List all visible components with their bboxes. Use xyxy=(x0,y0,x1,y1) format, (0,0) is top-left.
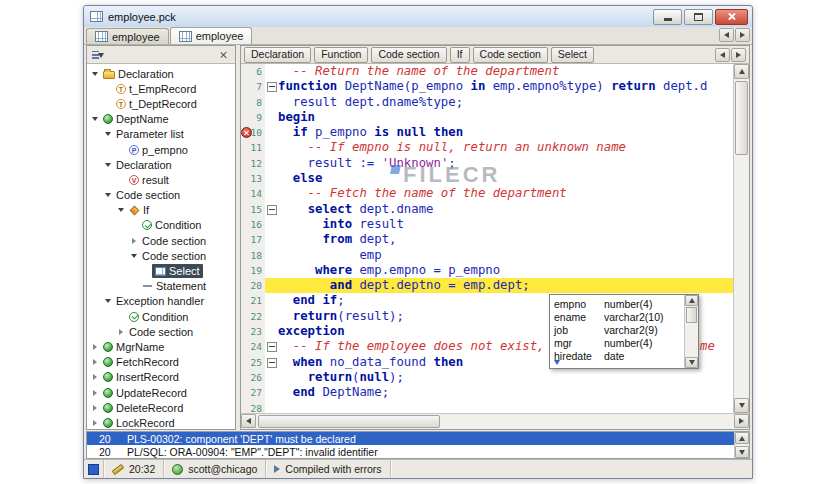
breadcrumb-function-1[interactable]: Function xyxy=(314,47,368,63)
code-line-10[interactable]: 10 if p_empno is null then xyxy=(241,125,733,140)
collapse-icon[interactable] xyxy=(102,299,113,303)
breadcrumb-if-3[interactable]: If xyxy=(450,47,470,63)
code-line-20[interactable]: 20 and dept.deptno = emp.dept; xyxy=(241,278,733,293)
tree-close-button[interactable] xyxy=(216,48,232,62)
breadcrumb-scroll-right-button[interactable] xyxy=(731,48,746,62)
close-button[interactable] xyxy=(715,9,748,25)
horizontal-scroll-track[interactable] xyxy=(256,414,734,429)
popup-scroll-thumb[interactable] xyxy=(686,307,697,323)
tree-item-exception-handler[interactable]: Exception handler xyxy=(87,294,235,309)
collapse-icon[interactable] xyxy=(89,72,100,76)
scroll-right-button[interactable] xyxy=(734,414,749,428)
code-line-8[interactable]: 8 result dept.dname%type; xyxy=(241,95,733,110)
tree-item-fetchrecord[interactable]: FetchRecord xyxy=(87,355,235,370)
tree-item-lockrecord[interactable]: LockRecord xyxy=(87,415,235,429)
tree-item-statement[interactable]: Statement xyxy=(87,279,235,294)
tree-item-deleterecord[interactable]: DeleteRecord xyxy=(87,400,235,415)
code-line-28[interactable]: 28 xyxy=(241,401,733,413)
error-row-0[interactable]: 20PLS-00302: component 'DEPT' must be de… xyxy=(87,432,734,445)
expand-icon[interactable] xyxy=(89,374,100,380)
breadcrumb-scroll-left-button[interactable] xyxy=(715,48,730,62)
code-line-7[interactable]: 7function DeptName(p_empno in emp.empno%… xyxy=(241,79,733,94)
vertical-scroll-thumb[interactable] xyxy=(735,81,748,155)
code-line-19[interactable]: 19 where emp.empno = p_empno xyxy=(241,263,733,278)
tree-item-code-section[interactable]: Code section xyxy=(87,188,235,203)
collapse-icon[interactable] xyxy=(115,208,126,212)
tree-item-declaration[interactable]: Declaration xyxy=(87,157,235,172)
tree-item-parameter-list[interactable]: Parameter list xyxy=(87,127,235,142)
editor-vertical-scrollbar[interactable] xyxy=(733,64,749,413)
code-line-26[interactable]: 26 return(null); xyxy=(241,370,733,385)
tab-employee-0[interactable]: employee xyxy=(86,28,169,44)
code-line-6[interactable]: 6 -- Return the name of the department xyxy=(241,64,733,79)
error-scroll-up-button[interactable] xyxy=(735,432,749,444)
tree-item-mgrname[interactable]: MgrName xyxy=(87,339,235,354)
code-line-16[interactable]: 16 into result xyxy=(241,217,733,232)
collapse-icon[interactable] xyxy=(102,193,113,197)
code-line-11[interactable]: 11 -- If empno is null, return an unknow… xyxy=(241,140,733,155)
collapse-icon[interactable] xyxy=(128,254,139,258)
collapse-icon[interactable] xyxy=(102,163,113,167)
completion-item-empno[interactable]: empnonumber(4) xyxy=(554,297,684,310)
code-editor[interactable]: 6 -- Return the name of the department7f… xyxy=(241,64,733,413)
tree-item-result[interactable]: Vresult xyxy=(87,172,235,187)
code-line-15[interactable]: 15 select dept.dname xyxy=(241,202,733,217)
minimize-button[interactable] xyxy=(653,9,682,25)
expand-icon[interactable] xyxy=(89,405,100,411)
tree-item-condition[interactable]: Condition xyxy=(87,218,235,233)
tree-item-declaration[interactable]: Declaration xyxy=(87,66,235,81)
error-scroll-down-button[interactable] xyxy=(735,446,749,458)
fold-marker-icon[interactable] xyxy=(267,82,277,92)
expand-icon[interactable] xyxy=(115,329,126,335)
expand-icon[interactable] xyxy=(89,390,100,396)
tree-item-deptname[interactable]: DeptName xyxy=(87,112,235,127)
maximize-button[interactable] xyxy=(684,9,713,25)
title-bar[interactable]: employee.pck xyxy=(84,6,752,28)
popup-scroll-up-button[interactable] xyxy=(685,295,698,306)
code-line-9[interactable]: 9begin xyxy=(241,110,733,125)
tab-scroll-right-button[interactable] xyxy=(735,28,750,42)
error-row-1[interactable]: 20PL/SQL: ORA-00904: "EMP"."DEPT": inval… xyxy=(87,445,734,458)
tree-item-code-section[interactable]: Code section xyxy=(87,248,235,263)
tree-item-code-section[interactable]: Code section xyxy=(87,233,235,248)
collapse-icon[interactable] xyxy=(102,132,113,136)
completion-item-mgr[interactable]: mgrnumber(4) xyxy=(554,336,684,349)
tab-employee-1[interactable]: employee xyxy=(170,27,253,44)
expand-icon[interactable] xyxy=(128,238,139,244)
vertical-scroll-track[interactable] xyxy=(734,79,749,398)
completion-scrollbar[interactable] xyxy=(684,295,698,368)
scroll-down-button[interactable] xyxy=(734,398,749,413)
popup-scroll-track[interactable] xyxy=(685,306,698,357)
breadcrumb-code-section-4[interactable]: Code section xyxy=(473,47,548,63)
completion-item-job[interactable]: jobvarchar2(9) xyxy=(554,323,684,336)
horizontal-scroll-thumb[interactable] xyxy=(258,415,440,428)
code-line-13[interactable]: 13 else xyxy=(241,171,733,186)
breadcrumb-declaration-0[interactable]: Declaration xyxy=(244,47,311,63)
completion-item-ename[interactable]: enamevarchar2(10) xyxy=(554,310,684,323)
code-line-27[interactable]: 27 end DeptName; xyxy=(241,385,733,400)
breadcrumb-code-section-2[interactable]: Code section xyxy=(371,47,446,63)
expand-icon[interactable] xyxy=(89,344,100,350)
tree-item-updaterecord[interactable]: UpdateRecord xyxy=(87,385,235,400)
code-line-17[interactable]: 17 from dept, xyxy=(241,232,733,247)
breadcrumb-select-5[interactable]: Select xyxy=(551,47,594,63)
fold-marker-icon[interactable] xyxy=(267,342,277,352)
sort-button[interactable] xyxy=(90,48,106,62)
scroll-left-button[interactable] xyxy=(241,414,256,428)
editor-horizontal-scrollbar[interactable] xyxy=(241,413,749,429)
tree-item-code-section[interactable]: Code section xyxy=(87,324,235,339)
tree-item-insertrecord[interactable]: InsertRecord xyxy=(87,370,235,385)
fold-marker-icon[interactable] xyxy=(267,205,277,215)
tree-item-t-emprecord[interactable]: Tt_EmpRecord xyxy=(87,81,235,96)
scroll-up-button[interactable] xyxy=(734,64,749,79)
code-line-12[interactable]: 12 result := 'Unknown'; xyxy=(241,156,733,171)
tree-item-p-empno[interactable]: Pp_empno xyxy=(87,142,235,157)
popup-scroll-down-button[interactable] xyxy=(685,357,698,368)
expand-icon[interactable] xyxy=(89,420,100,426)
tree-item-t-deptrecord[interactable]: Tt_DeptRecord xyxy=(87,96,235,111)
tab-scroll-left-button[interactable] xyxy=(719,28,734,42)
fold-marker-icon[interactable] xyxy=(267,358,277,368)
tree-item-select[interactable]: Select xyxy=(87,263,235,278)
tree-item-condition[interactable]: Condition xyxy=(87,309,235,324)
error-scrollbar[interactable] xyxy=(734,432,749,458)
